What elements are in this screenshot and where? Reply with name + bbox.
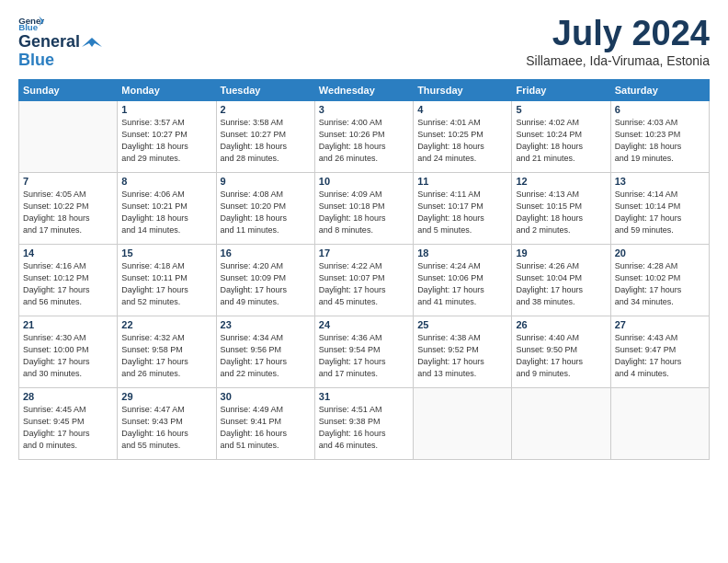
day-number: 1 [121, 104, 211, 115]
day-number: 11 [417, 176, 507, 187]
day-number: 6 [615, 104, 705, 115]
day-info: Sunrise: 4:26 AM Sunset: 10:04 PM Daylig… [516, 260, 606, 308]
month-title: July 2024 [526, 15, 710, 53]
svg-marker-3 [82, 38, 102, 47]
week-row-2: 14Sunrise: 4:16 AM Sunset: 10:12 PM Dayl… [19, 244, 710, 316]
day-number: 16 [221, 247, 311, 259]
calendar-cell: 4Sunrise: 4:01 AM Sunset: 10:25 PM Dayli… [414, 100, 512, 172]
day-info: Sunrise: 4:09 AM Sunset: 10:18 PM Daylig… [319, 189, 409, 236]
calendar-cell: 25Sunrise: 4:38 AM Sunset: 9:52 PM Dayli… [414, 316, 512, 387]
day-info: Sunrise: 4:00 AM Sunset: 10:26 PM Daylig… [319, 117, 409, 165]
calendar-cell: 5Sunrise: 4:02 AM Sunset: 10:24 PM Dayli… [512, 100, 610, 172]
day-number: 3 [319, 104, 409, 115]
calendar-cell: 7Sunrise: 4:05 AM Sunset: 10:22 PM Dayli… [19, 172, 118, 244]
day-number: 9 [221, 176, 311, 187]
day-info: Sunrise: 4:02 AM Sunset: 10:24 PM Daylig… [516, 117, 606, 165]
calendar-cell: 31Sunrise: 4:51 AM Sunset: 9:38 PM Dayli… [314, 387, 413, 459]
calendar-cell: 30Sunrise: 4:49 AM Sunset: 9:41 PM Dayli… [216, 387, 314, 459]
day-info: Sunrise: 3:58 AM Sunset: 10:27 PM Daylig… [221, 117, 311, 165]
day-number: 18 [417, 247, 507, 259]
day-info: Sunrise: 4:32 AM Sunset: 9:58 PM Dayligh… [121, 332, 211, 380]
calendar-table: SundayMondayTuesdayWednesdayThursdayFrid… [18, 79, 710, 460]
title-block: July 2024 Sillamaee, Ida-Virumaa, Estoni… [526, 15, 710, 68]
calendar-cell: 24Sunrise: 4:36 AM Sunset: 9:54 PM Dayli… [314, 316, 413, 387]
weekday-header-monday: Monday [118, 79, 216, 100]
calendar-cell: 1Sunrise: 3:57 AM Sunset: 10:27 PM Dayli… [118, 100, 216, 172]
calendar-cell: 21Sunrise: 4:30 AM Sunset: 10:00 PM Dayl… [19, 316, 118, 387]
week-row-3: 21Sunrise: 4:30 AM Sunset: 10:00 PM Dayl… [19, 316, 710, 387]
day-number: 20 [615, 247, 705, 259]
weekday-header-saturday: Saturday [610, 79, 709, 100]
calendar-cell: 17Sunrise: 4:22 AM Sunset: 10:07 PM Dayl… [314, 244, 413, 316]
day-info: Sunrise: 4:05 AM Sunset: 10:22 PM Daylig… [23, 189, 113, 236]
day-number: 12 [516, 176, 606, 187]
day-info: Sunrise: 4:03 AM Sunset: 10:23 PM Daylig… [615, 117, 705, 165]
calendar-cell: 27Sunrise: 4:43 AM Sunset: 9:47 PM Dayli… [610, 316, 709, 387]
day-number: 2 [221, 104, 311, 115]
day-info: Sunrise: 4:49 AM Sunset: 9:41 PM Dayligh… [221, 404, 311, 452]
day-number: 22 [121, 319, 211, 330]
calendar-cell: 13Sunrise: 4:14 AM Sunset: 10:14 PM Dayl… [610, 172, 709, 244]
day-info: Sunrise: 4:30 AM Sunset: 10:00 PM Daylig… [23, 332, 113, 380]
day-info: Sunrise: 4:36 AM Sunset: 9:54 PM Dayligh… [319, 332, 409, 380]
logo-bird-icon [82, 34, 102, 51]
calendar-cell: 12Sunrise: 4:13 AM Sunset: 10:15 PM Dayl… [512, 172, 610, 244]
day-number: 8 [121, 176, 211, 187]
svg-text:Blue: Blue [18, 22, 39, 31]
logo-blue: Blue [18, 52, 54, 70]
day-info: Sunrise: 4:34 AM Sunset: 9:56 PM Dayligh… [221, 332, 311, 380]
day-number: 21 [23, 319, 113, 330]
weekday-header-wednesday: Wednesday [314, 79, 413, 100]
day-info: Sunrise: 4:43 AM Sunset: 9:47 PM Dayligh… [615, 332, 705, 380]
day-info: Sunrise: 4:14 AM Sunset: 10:14 PM Daylig… [615, 189, 705, 236]
calendar-cell: 11Sunrise: 4:11 AM Sunset: 10:17 PM Dayl… [414, 172, 512, 244]
calendar-cell: 22Sunrise: 4:32 AM Sunset: 9:58 PM Dayli… [118, 316, 216, 387]
day-number: 14 [23, 247, 113, 259]
day-number: 19 [516, 247, 606, 259]
day-info: Sunrise: 4:22 AM Sunset: 10:07 PM Daylig… [319, 260, 409, 308]
day-info: Sunrise: 4:16 AM Sunset: 10:12 PM Daylig… [23, 260, 113, 308]
day-number: 7 [23, 176, 113, 187]
day-info: Sunrise: 4:01 AM Sunset: 10:25 PM Daylig… [417, 117, 507, 165]
day-number: 31 [319, 391, 409, 402]
calendar-cell: 16Sunrise: 4:20 AM Sunset: 10:09 PM Dayl… [216, 244, 314, 316]
day-info: Sunrise: 3:57 AM Sunset: 10:27 PM Daylig… [121, 117, 211, 165]
day-info: Sunrise: 4:13 AM Sunset: 10:15 PM Daylig… [516, 189, 606, 236]
day-info: Sunrise: 4:38 AM Sunset: 9:52 PM Dayligh… [417, 332, 507, 380]
calendar-cell: 29Sunrise: 4:47 AM Sunset: 9:43 PM Dayli… [118, 387, 216, 459]
header: General Blue General Blue July 2024 Sill… [18, 15, 710, 70]
logo-icon: General Blue [18, 15, 44, 31]
day-number: 25 [417, 319, 507, 330]
day-number: 24 [319, 319, 409, 330]
week-row-4: 28Sunrise: 4:45 AM Sunset: 9:45 PM Dayli… [19, 387, 710, 459]
logo: General Blue General Blue [18, 15, 104, 70]
calendar-cell: 19Sunrise: 4:26 AM Sunset: 10:04 PM Dayl… [512, 244, 610, 316]
day-number: 23 [221, 319, 311, 330]
location: Sillamaee, Ida-Virumaa, Estonia [526, 53, 710, 68]
calendar-cell: 28Sunrise: 4:45 AM Sunset: 9:45 PM Dayli… [19, 387, 118, 459]
calendar-cell: 18Sunrise: 4:24 AM Sunset: 10:06 PM Dayl… [414, 244, 512, 316]
calendar-cell: 20Sunrise: 4:28 AM Sunset: 10:02 PM Dayl… [610, 244, 709, 316]
weekday-header-sunday: Sunday [19, 79, 118, 100]
day-info: Sunrise: 4:40 AM Sunset: 9:50 PM Dayligh… [516, 332, 606, 380]
weekday-header-thursday: Thursday [414, 79, 512, 100]
week-row-0: 1Sunrise: 3:57 AM Sunset: 10:27 PM Dayli… [19, 100, 710, 172]
week-row-1: 7Sunrise: 4:05 AM Sunset: 10:22 PM Dayli… [19, 172, 710, 244]
day-number: 26 [516, 319, 606, 330]
calendar-cell: 6Sunrise: 4:03 AM Sunset: 10:23 PM Dayli… [610, 100, 709, 172]
day-info: Sunrise: 4:08 AM Sunset: 10:20 PM Daylig… [221, 189, 311, 236]
header-row: SundayMondayTuesdayWednesdayThursdayFrid… [19, 79, 710, 100]
calendar-cell: 10Sunrise: 4:09 AM Sunset: 10:18 PM Dayl… [314, 172, 413, 244]
day-info: Sunrise: 4:24 AM Sunset: 10:06 PM Daylig… [417, 260, 507, 308]
day-info: Sunrise: 4:11 AM Sunset: 10:17 PM Daylig… [417, 189, 507, 236]
day-number: 10 [319, 176, 409, 187]
calendar-cell [610, 387, 709, 459]
calendar-cell: 15Sunrise: 4:18 AM Sunset: 10:11 PM Dayl… [118, 244, 216, 316]
day-number: 13 [615, 176, 705, 187]
day-number: 5 [516, 104, 606, 115]
calendar-cell: 26Sunrise: 4:40 AM Sunset: 9:50 PM Dayli… [512, 316, 610, 387]
day-info: Sunrise: 4:51 AM Sunset: 9:38 PM Dayligh… [319, 404, 409, 452]
day-number: 29 [121, 391, 211, 402]
day-info: Sunrise: 4:20 AM Sunset: 10:09 PM Daylig… [221, 260, 311, 308]
calendar-cell: 3Sunrise: 4:00 AM Sunset: 10:26 PM Dayli… [314, 100, 413, 172]
